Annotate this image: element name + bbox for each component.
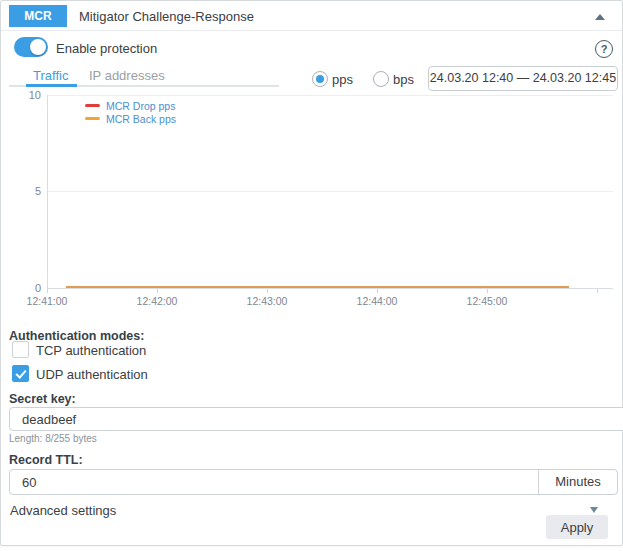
x-tick-label: 12:44:00: [347, 295, 407, 307]
radio-bps-label[interactable]: bps: [393, 72, 414, 87]
chevron-down-icon[interactable]: [590, 507, 598, 513]
legend-item-back[interactable]: MCR Back pps: [85, 112, 176, 125]
udp-auth-checkbox[interactable]: [12, 365, 29, 382]
help-icon[interactable]: ?: [595, 40, 613, 58]
enable-protection-toggle[interactable]: [14, 37, 48, 57]
apply-button[interactable]: Apply: [546, 515, 608, 539]
x-tick: [47, 289, 48, 293]
tab-traffic[interactable]: Traffic: [33, 68, 68, 83]
secret-key-helper: Length: 8/255 bytes: [9, 433, 97, 444]
secret-key-label: Secret key:: [9, 392, 76, 406]
radio-pps-label[interactable]: pps: [332, 72, 353, 87]
x-tick-label: 12:41:00: [17, 295, 77, 307]
radio-bps[interactable]: [373, 71, 389, 87]
legend-back-swatch-icon: [85, 117, 100, 120]
mcr-badge: MCR: [9, 5, 67, 27]
gridline-5: [47, 191, 613, 192]
series-back-line: [66, 286, 569, 288]
active-tab-indicator: [26, 84, 77, 87]
legend-back-label: MCR Back pps: [106, 113, 176, 125]
tcp-auth-label[interactable]: TCP authentication: [36, 343, 146, 358]
x-tick: [267, 289, 268, 293]
x-tick-label: 12:43:00: [237, 295, 297, 307]
y-axis: [47, 95, 48, 289]
y-tick-label: 10: [15, 89, 41, 101]
panel-header: MCR Mitigator Challenge-Response: [1, 1, 622, 31]
auth-modes-label: Authentication modes:: [9, 329, 144, 343]
record-ttl-group: Minutes: [9, 469, 618, 495]
record-ttl-label: Record TTL:: [9, 453, 83, 467]
y-tick-label: 5: [15, 185, 41, 197]
y-tick-label: 0: [15, 282, 41, 294]
panel-title: Mitigator Challenge-Response: [79, 9, 254, 24]
x-tick: [487, 289, 488, 293]
gridline-10: [47, 95, 613, 96]
x-tick-label: 12:42:00: [127, 295, 187, 307]
legend-item-drop[interactable]: MCR Drop pps: [85, 99, 176, 112]
radio-dot: [316, 75, 324, 83]
toggle-knob: [30, 39, 46, 55]
advanced-settings-toggle[interactable]: Advanced settings: [10, 503, 116, 518]
record-ttl-input[interactable]: [10, 470, 538, 494]
chart-legend: MCR Drop pps MCR Back pps: [85, 99, 176, 125]
tcp-auth-checkbox[interactable]: [12, 341, 29, 358]
checkmark-icon: [15, 367, 26, 378]
radio-pps[interactable]: [312, 71, 328, 87]
traffic-chart: 10 5 0 MCR Drop pps MCR Back pps 12:41:0…: [1, 89, 623, 317]
tab-ip-addresses[interactable]: IP addresses: [89, 68, 165, 83]
record-ttl-unit-select[interactable]: Minutes: [538, 470, 617, 494]
x-axis: [47, 288, 613, 289]
legend-drop-label: MCR Drop pps: [106, 100, 175, 112]
legend-drop-swatch-icon: [85, 104, 100, 107]
x-tick: [597, 289, 598, 293]
mcr-panel: MCR Mitigator Challenge-Response Enable …: [0, 0, 623, 546]
enable-protection-label: Enable protection: [56, 41, 157, 56]
udp-auth-label[interactable]: UDP authentication: [36, 367, 148, 382]
x-tick-label: 12:45:00: [457, 295, 517, 307]
x-tick: [377, 289, 378, 293]
secret-key-input[interactable]: [9, 407, 623, 431]
date-range-input[interactable]: 24.03.20 12:40 — 24.03.20 12:45: [428, 66, 618, 91]
x-tick: [157, 289, 158, 293]
collapse-panel-icon[interactable]: [595, 14, 605, 20]
